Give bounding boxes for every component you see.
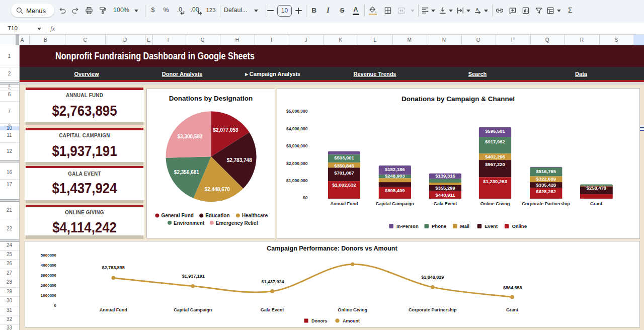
svg-text:$248,903: $248,903 <box>385 173 405 179</box>
svg-text:Corporate Partnership: Corporate Partnership <box>409 307 457 312</box>
svg-text:$628,282: $628,282 <box>536 189 556 194</box>
svg-text:Corporate Partnership: Corporate Partnership <box>522 201 570 206</box>
svg-text:Gala Event: Gala Event <box>434 201 457 206</box>
svg-text:Education: Education <box>205 213 229 218</box>
svg-text:1000000: 1000000 <box>41 293 57 298</box>
svg-text:$2,448,670: $2,448,670 <box>205 187 230 192</box>
svg-text:Event: Event <box>485 223 498 229</box>
svg-text:$3,000,000: $3,000,000 <box>286 143 308 148</box>
svg-text:Donations by Campaign & Channe: Donations by Campaign & Channel <box>401 95 515 103</box>
svg-text:$335,428: $335,428 <box>536 182 556 188</box>
svg-text:Healthcare: Healthcare <box>242 213 268 218</box>
svg-text:Campaign Performance: Donors v: Campaign Performance: Donors vs Amount <box>267 245 397 252</box>
svg-text:Amount: Amount <box>343 318 360 323</box>
svg-text:$1,002,532: $1,002,532 <box>332 182 356 188</box>
svg-text:$701,067: $701,067 <box>334 170 354 176</box>
svg-text:$3,300,582: $3,300,582 <box>177 134 202 139</box>
svg-text:Mail: Mail <box>460 223 469 229</box>
svg-text:$516,765: $516,765 <box>536 169 556 174</box>
svg-text:$503,901: $503,901 <box>334 155 354 160</box>
svg-text:$355,299: $355,299 <box>435 185 455 191</box>
svg-text:$2,077,053: $2,077,053 <box>213 127 238 133</box>
svg-text:$917,962: $917,962 <box>485 139 505 144</box>
svg-text:$350,845: $350,845 <box>334 163 354 169</box>
svg-text:Online Giving: Online Giving <box>480 201 510 206</box>
svg-text:$0: $0 <box>303 195 308 200</box>
svg-text:Capital Campaign: Capital Campaign <box>376 201 414 206</box>
svg-text:In-Person: In-Person <box>396 223 419 229</box>
svg-text:$2,783,748: $2,783,748 <box>227 157 252 163</box>
svg-text:$258,478: $258,478 <box>587 185 607 191</box>
svg-text:$2,356,681: $2,356,681 <box>174 170 199 175</box>
svg-text:$2,000,000: $2,000,000 <box>286 161 308 166</box>
svg-text:Environment: Environment <box>174 220 205 226</box>
svg-text:$5,000,000: $5,000,000 <box>286 109 308 114</box>
svg-text:$695,409: $695,409 <box>385 188 405 193</box>
svg-text:Annual Fund: Annual Fund <box>331 201 358 206</box>
svg-text:Gala Event: Gala Event <box>261 307 284 312</box>
svg-text:$596,501: $596,501 <box>485 128 505 134</box>
svg-text:$864,653: $864,653 <box>503 285 522 290</box>
svg-text:3000000: 3000000 <box>41 273 57 278</box>
svg-text:Online Giving: Online Giving <box>338 307 368 312</box>
svg-text:Grant: Grant <box>590 201 602 206</box>
svg-text:Donors: Donors <box>311 318 328 323</box>
svg-text:$182,186: $182,186 <box>385 167 405 172</box>
svg-text:5000000: 5000000 <box>41 253 57 258</box>
svg-text:Phone: Phone <box>432 223 446 229</box>
svg-text:$4,000,000: $4,000,000 <box>286 126 308 131</box>
svg-text:$967,220: $967,220 <box>485 161 505 167</box>
svg-text:2000000: 2000000 <box>41 283 57 288</box>
svg-text:0: 0 <box>54 303 57 308</box>
svg-text:Emergency Relief: Emergency Relief <box>216 220 259 226</box>
svg-text:$2,763,895: $2,763,895 <box>102 265 125 270</box>
svg-text:$1,848,829: $1,848,829 <box>421 275 444 280</box>
svg-text:General Fund: General Fund <box>161 213 193 218</box>
svg-text:$440,911: $440,911 <box>435 192 455 198</box>
svg-text:$1,230,263: $1,230,263 <box>483 179 507 184</box>
svg-text:$1,437,924: $1,437,924 <box>261 279 284 284</box>
svg-text:4000000: 4000000 <box>41 263 57 268</box>
svg-text:Annual Fund: Annual Fund <box>100 307 127 312</box>
svg-text:$322,689: $322,689 <box>536 176 556 182</box>
svg-text:Capital Campaign: Capital Campaign <box>174 307 212 312</box>
svg-text:$1,937,191: $1,937,191 <box>182 274 205 279</box>
svg-text:$402,296: $402,296 <box>485 154 505 159</box>
svg-text:Online: Online <box>512 223 527 229</box>
svg-text:Donations by Designation: Donations by Designation <box>169 95 253 102</box>
svg-text:$139,316: $139,316 <box>435 173 455 179</box>
svg-text:$1,000,000: $1,000,000 <box>286 178 308 183</box>
svg-text:Grant: Grant <box>506 307 518 312</box>
